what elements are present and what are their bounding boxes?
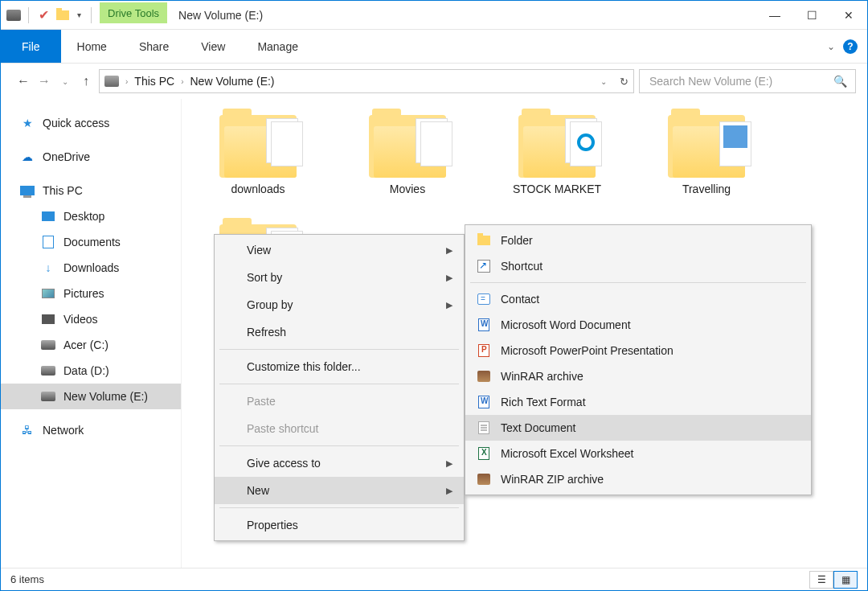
folder-item-downloads[interactable]: downloads (198, 115, 318, 195)
submenu-label: Shortcut (501, 260, 542, 273)
new-folder[interactable]: Folder (465, 228, 811, 253)
sidebar-item-videos[interactable]: Videos (1, 306, 181, 332)
ctx-label: Paste (247, 395, 276, 408)
ctx-give-access-to[interactable]: Give access to▶ (215, 449, 464, 477)
sidebar-item-onedrive[interactable]: ☁ OneDrive (1, 144, 181, 170)
sidebar-item-new-volume-e[interactable]: New Volume (E:) (1, 384, 181, 409)
ctx-group-by[interactable]: Group by▶ (215, 291, 464, 318)
folder-item-movies[interactable]: Movies (347, 115, 468, 195)
ctx-label: Properties (247, 519, 298, 531)
separator (219, 384, 459, 384)
address-bar[interactable]: › This PC › New Volume (E:) ⌄ ↻ (99, 69, 634, 93)
sidebar-item-this-pc[interactable]: This PC (1, 178, 181, 203)
forward-button[interactable]: → (36, 74, 52, 88)
new-excel-worksheet[interactable]: Microsoft Excel Worksheet (465, 441, 811, 466)
recent-locations-icon[interactable]: ⌄ (57, 77, 73, 86)
download-icon: ↓ (41, 261, 55, 275)
properties-icon[interactable]: ✔ (35, 7, 51, 23)
cloud-icon: ☁ (20, 150, 35, 164)
videos-icon (41, 312, 55, 326)
search-input[interactable] (648, 74, 833, 88)
sidebar-item-data-d[interactable]: Data (D:) (1, 358, 181, 384)
large-icons-view-button[interactable]: ▦ (833, 571, 858, 589)
new-word-document[interactable]: Microsoft Word Document (465, 312, 811, 338)
sidebar-item-label: Pictures (63, 287, 104, 300)
drive-tools-contextual-tab[interactable]: Drive Tools (100, 2, 167, 23)
up-button[interactable]: ↑ (78, 74, 94, 88)
separator (219, 349, 459, 350)
minimize-button[interactable]: — (756, 1, 793, 29)
maximize-button[interactable]: ☐ (793, 1, 830, 29)
drive-icon[interactable] (6, 7, 22, 23)
search-icon[interactable]: 🔍 (833, 75, 847, 88)
folder-icon (518, 115, 596, 178)
chevron-right-icon[interactable]: › (125, 77, 128, 86)
view-toggle: ☰ ▦ (809, 571, 858, 589)
search-box[interactable]: 🔍 (639, 69, 856, 93)
quick-access-toolbar: ✔ ▾ (1, 1, 100, 29)
navigation-pane: ★ Quick access ☁ OneDrive This PC Deskto… (1, 99, 182, 568)
folder-item-stock-market[interactable]: STOCK MARKET (497, 115, 617, 195)
separator (219, 445, 459, 446)
status-bar: 6 items ☰ ▦ (1, 568, 867, 590)
new-rich-text[interactable]: Rich Text Format (465, 389, 811, 415)
new-contact[interactable]: Contact (465, 286, 811, 312)
ctx-sort-by[interactable]: Sort by▶ (215, 264, 464, 291)
separator (28, 7, 29, 23)
tab-file[interactable]: File (1, 30, 61, 63)
refresh-icon[interactable]: ↻ (620, 76, 628, 88)
sidebar-item-label: Desktop (63, 210, 104, 223)
sidebar-item-desktop[interactable]: Desktop (1, 203, 181, 229)
new-submenu: Folder Shortcut Contact Microsoft Word D… (465, 224, 812, 495)
ctx-view[interactable]: View▶ (215, 236, 464, 264)
chevron-right-icon[interactable]: › (181, 77, 183, 86)
content-area[interactable]: downloads Movies STOCK MARKET (182, 99, 867, 568)
sidebar-item-documents[interactable]: Documents (1, 229, 181, 255)
ctx-label: Refresh (247, 326, 286, 339)
tab-view[interactable]: View (185, 30, 241, 63)
ctx-refresh[interactable]: Refresh (215, 318, 464, 346)
tab-share[interactable]: Share (123, 30, 185, 63)
contact-icon (477, 292, 491, 306)
drive-icon (41, 389, 55, 404)
ctx-customize-folder[interactable]: Customize this folder... (215, 353, 464, 380)
qat-dropdown-icon[interactable]: ▾ (74, 10, 84, 19)
help-icon[interactable]: ? (843, 39, 858, 54)
breadcrumb-current[interactable]: New Volume (E:) (190, 75, 274, 88)
ctx-new[interactable]: New▶ (215, 477, 464, 504)
pictures-icon (41, 286, 55, 301)
context-menu: View▶ Sort by▶ Group by▶ Refresh Customi… (214, 234, 465, 541)
new-powerpoint[interactable]: Microsoft PowerPoint Presentation (465, 338, 811, 363)
window-controls: — ☐ ✕ (756, 1, 867, 29)
details-view-button[interactable]: ☰ (809, 571, 833, 589)
chevron-right-icon: ▶ (446, 300, 452, 310)
new-winrar-archive[interactable]: WinRAR archive (465, 363, 811, 389)
ctx-properties[interactable]: Properties (215, 511, 464, 539)
back-button[interactable]: ← (15, 74, 31, 88)
new-folder-icon[interactable] (55, 7, 71, 23)
shortcut-icon (477, 259, 491, 273)
breadcrumb-this-pc[interactable]: This PC (134, 75, 174, 88)
sidebar-item-pictures[interactable]: Pictures (1, 281, 181, 306)
sidebar-item-network[interactable]: 🖧 Network (1, 417, 181, 443)
tab-manage[interactable]: Manage (241, 30, 314, 63)
sidebar-item-acer-c[interactable]: Acer (C:) (1, 332, 181, 358)
chevron-right-icon: ▶ (446, 486, 452, 496)
desktop-icon (41, 209, 55, 224)
close-button[interactable]: ✕ (830, 1, 867, 29)
address-dropdown-icon[interactable]: ⌄ (600, 77, 607, 86)
word-icon (477, 318, 491, 332)
item-label: STOCK MARKET (513, 183, 601, 195)
ctx-label: New (247, 484, 269, 497)
new-shortcut[interactable]: Shortcut (465, 253, 811, 279)
folder-item-travelling[interactable]: Travelling (646, 115, 767, 195)
new-winrar-zip[interactable]: WinRAR ZIP archive (465, 466, 811, 492)
collapse-ribbon-icon[interactable]: ⌄ (827, 41, 835, 52)
ctx-label: Paste shortcut (247, 422, 319, 435)
new-text-document[interactable]: Text Document (465, 415, 811, 441)
ribbon: File Home Share View Manage ⌄ ? (1, 30, 867, 64)
file-explorer-window: ✔ ▾ Drive Tools New Volume (E:) — ☐ ✕ Fi… (0, 0, 868, 591)
sidebar-item-quick-access[interactable]: ★ Quick access (1, 110, 181, 136)
sidebar-item-downloads[interactable]: ↓ Downloads (1, 255, 181, 281)
tab-home[interactable]: Home (61, 30, 123, 63)
